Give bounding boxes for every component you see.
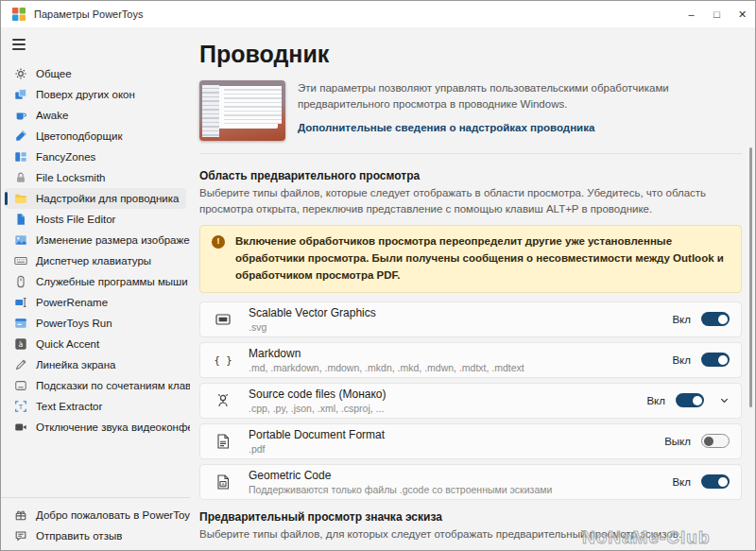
sidebar-item-shortcut-guide[interactable]: Подсказки по сочетаниям клавиш [5,375,186,396]
sidebar-item-color-picker[interactable]: Цветоподборщик [5,126,186,146]
selection-indicator [5,192,8,205]
fancyzones-icon [13,150,27,164]
sidebar-item-label: Text Extractor [36,401,102,412]
sidebar-item-welcome[interactable]: Добро пожаловать в PowerToys [5,505,186,525]
sidebar-item-label: Цветоподборщик [36,130,122,142]
sidebar-item-label: Hosts File Editor [36,214,115,225]
sidebar-item-label: Диспетчер клавиатуры [36,255,151,267]
page-header: Проводник Эти параметры позволяют управл… [190,27,755,154]
file-type-title: Portable Document Format [249,428,385,441]
welcome-icon [13,508,27,523]
warning-text: Включение обработчиков просмотра переопр… [235,233,730,284]
lock-icon [13,171,27,185]
toggle-state-label: Вкл [646,395,665,406]
sidebar-item-awake[interactable]: Awake [5,105,186,126]
sidebar-item-quick-accent[interactable]: à Quick Accent [5,334,186,354]
warning-icon: ! [212,235,225,249]
sidebar-item-keyboard-manager[interactable]: Диспетчер клавиатуры [5,250,186,271]
toggle-state-label: Вкл [672,354,691,366]
sidebar-item-fancyzones[interactable]: FancyZones [5,146,186,167]
close-button[interactable]: ✕ [730,1,755,27]
file-type-title: Markdown [249,347,524,360]
file-type-extensions: .svg [249,321,376,333]
pencil-icon [13,358,27,372]
svg-text:A: A [221,481,225,486]
image-resizer-icon [13,233,27,248]
page-description: Эти параметры позволяют управлять пользо… [298,80,742,112]
sidebar-item-label: Надстройки для проводника [36,193,179,204]
folder-icon [13,192,27,206]
file-type-card-pdf: Portable Document Format .pdf Выкл [199,423,742,459]
minimize-button[interactable]: – [679,1,704,27]
sidebar-item-label: FancyZones [36,151,95,163]
document-icon [13,213,27,227]
sidebar-item-image-resizer[interactable]: Изменение размера изображений [5,230,186,250]
file-type-extensions: Поддерживаются только файлы .gcode со вс… [249,484,552,495]
monaco-icon [214,391,232,410]
thumbnail-heading: Предварительный просмотр значка эскиза [199,510,742,524]
explorer-hero-image [199,80,285,141]
sidebar: Общее Поверх других окон Awake Цветоподб… [1,27,190,551]
toggle-state-label: Вкл [672,314,691,325]
vertical-scrollbar-thumb[interactable] [749,147,752,407]
sidebar-item-hosts-file-editor[interactable]: Hosts File Editor [5,209,186,230]
powertoys-settings-window: Параметры PowerToys – □ ✕ Общее Поверх д… [0,0,756,551]
shortcut-key-icon [13,379,27,393]
enable-toggle-source-code[interactable] [676,393,704,407]
braces-icon: { } [214,351,232,370]
sidebar-item-powertoys-run[interactable]: PowerToys Run [5,313,186,334]
svg-text:T: T [17,404,23,411]
file-type-extensions: .cpp, .py, .json, .xml, .csproj, ... [249,403,387,414]
sidebar-item-powerrename[interactable]: PowerRename [5,292,186,313]
sidebar-item-file-locksmith[interactable]: File Locksmith [5,167,186,188]
learn-more-link[interactable]: Дополнительные сведения о надстройках пр… [298,122,594,133]
preview-pane-description: Выберите типы файлов, которые следует от… [199,185,742,216]
sidebar-item-text-extractor[interactable]: T Text Extractor [5,396,186,417]
sidebar-item-general[interactable]: Общее [5,63,186,84]
sidebar-item-mouse-utilities[interactable]: Служебные программы мыши [5,271,186,292]
chevron-down-icon[interactable] [719,395,730,405]
ocr-icon: T [13,400,27,414]
sidebar-item-always-on-top[interactable]: Поверх других окон [5,84,186,105]
svg-text:à: à [18,340,23,349]
file-type-card-gcode: A Geometric Code Поддерживаются только ф… [199,464,742,500]
sidebar-item-label: PowerToys Run [36,318,112,329]
enable-toggle-pdf[interactable] [701,434,730,448]
sidebar-item-label: File Locksmith [36,172,106,183]
file-type-card-markdown: { } Markdown .md, .markdown, .mdown, .mk… [199,342,742,378]
hamburger-menu-icon[interactable] [12,33,41,56]
color-picker-icon [13,129,27,144]
enable-toggle-gcode[interactable] [701,474,730,489]
sidebar-item-label: Поверх других окон [36,89,135,100]
video-mute-icon [13,421,27,435]
sidebar-item-label: Добро пожаловать в PowerToys [36,509,190,521]
pdf-icon [214,432,232,451]
window-controls: – □ ✕ [679,1,755,27]
file-type-title: Source code files (Монако) [249,387,387,401]
run-icon [13,317,27,331]
sidebar-item-label: Подсказки по сочетаниям клавиш [36,380,190,391]
feedback-icon [13,529,27,543]
file-type-title: Scalable Vector Graphics [249,306,376,319]
quick-accent-icon: à [13,337,27,352]
sidebar-item-label: Служебные программы мыши [36,276,188,287]
toggle-state-label: Вкл [672,476,691,488]
sidebar-item-screen-ruler[interactable]: Линейка экрана [5,354,186,375]
sidebar-item-video-conference-mute[interactable]: Отключение звука видеоконференции [5,417,186,438]
keyboard-icon [13,254,27,268]
enable-toggle-svg[interactable] [701,312,730,326]
sidebar-item-feedback[interactable]: Отправить отзыв [5,525,186,546]
maximize-button[interactable]: □ [704,1,730,27]
file-type-extensions: .md, .markdown, .mdown, .mkdn, .mkd, .md… [249,362,524,373]
sidebar-item-label: Quick Accent [36,338,99,350]
enable-toggle-markdown[interactable] [701,353,730,367]
titlebar: Параметры PowerToys – □ ✕ [1,1,755,27]
sidebar-item-label: PowerRename [36,297,108,308]
sidebar-item-label: Awake [36,110,68,121]
page-title: Проводник [199,41,742,68]
file-type-card-svg: Scalable Vector Graphics .svg Вкл [199,301,742,337]
sidebar-item-label: Отключение звука видеоконференции [36,422,190,433]
sidebar-item-explorer-addons[interactable]: Надстройки для проводника [5,188,186,209]
window-title: Параметры PowerToys [34,9,144,20]
file-type-card-source-code: Source code files (Монако) .cpp, .py, .j… [199,383,742,419]
